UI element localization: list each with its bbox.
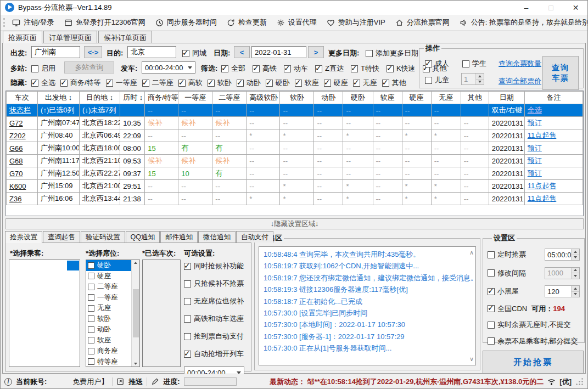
option-grab-waitlist-too[interactable]: 同时抢候补功能 [184, 261, 251, 271]
hide-selectall-checkbox[interactable]: 全选 [31, 78, 55, 88]
hide-first-checkbox[interactable]: 一等座 [106, 78, 137, 88]
seat-item[interactable]: 二等座 [86, 281, 131, 292]
option-grab-extra-trains[interactable]: 自动抢增开列车 [184, 349, 251, 359]
hide-settings-bar[interactable]: ↓隐藏设置区域↓ [5, 218, 584, 229]
table-row[interactable]: G70 广州南12:50 北京西22:27 09:37 15 10 有 -- -… [7, 167, 583, 180]
interval-spinner[interactable]: 1000 [545, 267, 580, 279]
blackroom-checkbox[interactable]: 小黑屋 [488, 286, 519, 296]
start-grab-button[interactable]: 开始抢票 [483, 351, 584, 374]
book-link[interactable]: 预订 [528, 144, 542, 152]
book-link[interactable]: 预订 [528, 156, 542, 165]
col-header-depart[interactable]: 出发地 ↕ [38, 92, 80, 104]
train-link[interactable]: Z202 [9, 132, 26, 140]
tab-captcha-settings[interactable]: 验证码设置 [81, 231, 125, 243]
tab-ticket-page[interactable]: 抢票页面 [3, 31, 42, 43]
query-all-prices-link[interactable]: 查询全部票价 [499, 76, 541, 86]
seat-item[interactable]: 软座 [86, 335, 131, 346]
blackroom-spinner[interactable]: 120 [545, 285, 580, 297]
col-header-other[interactable]: 其他 [461, 92, 489, 104]
checkbox-box[interactable] [88, 305, 94, 312]
table-row[interactable]: G72 广州南07:47 北京西18:22 10:35 候补 候补 候补 -- … [7, 117, 583, 129]
official-site-button[interactable]: 分流抢票官网 [390, 15, 455, 30]
maximize-button[interactable]: □ [539, 0, 563, 15]
hide-dongwo-checkbox[interactable]: 动卧 [237, 78, 261, 88]
table-row[interactable]: G68 广州南11:17 北京西21:10 09:53 候补 候补 候补 -- … [7, 155, 583, 167]
col-header-second[interactable]: 二等座 [212, 92, 247, 104]
set-proxy-button[interactable]: 设置代理 [272, 15, 322, 30]
col-header-train[interactable]: 车次 [7, 92, 38, 104]
adult-checkbox[interactable]: 成人 [425, 59, 449, 69]
student-checkbox[interactable]: 学生 [462, 59, 486, 69]
col-header-business[interactable]: 商务/特等 [145, 92, 178, 104]
table-row[interactable]: K600 广州15:09 北京西21:00 29:51 -- -- -- -- … [7, 180, 583, 193]
checkbox-box[interactable] [88, 315, 94, 322]
hide-other-checkbox[interactable]: 其他 [382, 78, 406, 88]
spin-down-icon[interactable] [572, 255, 579, 261]
push-label[interactable]: 推送 [128, 377, 143, 387]
timed-grab-spinner[interactable]: 05:00:00 [545, 249, 580, 261]
train-link[interactable]: G70 [9, 170, 23, 178]
seat-listbox[interactable]: 硬卧 硬座 二等座 一等座 无座 软卧 动卧 软座 商务座 特等座 [86, 260, 140, 367]
col-header-deluxe-sleeper[interactable]: 高级软卧 [247, 92, 280, 104]
book-link[interactable]: 预订 [528, 119, 542, 127]
seat-item[interactable]: 商务座 [86, 346, 131, 357]
filter-all-checkbox[interactable]: 全部 [221, 64, 245, 74]
resize-grip[interactable] [575, 377, 584, 386]
scroll-up-icon[interactable] [134, 262, 137, 264]
book-link[interactable]: 11点起售 [528, 182, 557, 190]
seat-item[interactable]: 硬座 [86, 271, 131, 282]
col-header-hard-sleeper[interactable]: 硬卧 [343, 92, 373, 104]
checkbox-box[interactable] [88, 358, 94, 365]
hide-gaoruan-checkbox[interactable]: 高软 [178, 78, 203, 88]
status-bar-link[interactable]: 状态栏 [9, 106, 31, 114]
spin-down-icon[interactable] [572, 273, 579, 279]
swap-stations-button[interactable]: <-> [84, 46, 102, 58]
hide-yingzuo-checkbox[interactable]: 硬座 [324, 78, 348, 88]
spinner-arrows[interactable] [571, 268, 579, 279]
option-waitlist-only[interactable]: 只抢候补不抢票 [184, 279, 251, 289]
col-header-soft-seat[interactable]: 软座 [373, 92, 402, 104]
col-header-soft-sleeper[interactable]: 软卧 [280, 92, 314, 104]
seat-item[interactable]: 无座 [86, 303, 131, 314]
next-date-button[interactable]: > [308, 46, 324, 58]
timed-grab-checkbox[interactable]: 定时抢票 [488, 250, 526, 260]
select-all-link[interactable]: 全选 [528, 106, 542, 114]
train-link[interactable]: G72 [9, 119, 23, 127]
checkbox-box[interactable] [88, 294, 94, 301]
spinner-arrows[interactable] [571, 249, 579, 260]
selected-trains-listbox[interactable] [142, 260, 181, 367]
filter-gaotie-checkbox[interactable]: 高铁 [253, 64, 277, 74]
spinner-arrows[interactable] [571, 286, 579, 297]
col-header-dest[interactable]: 目的地 ↕ [80, 92, 120, 104]
option-standing-waitlist[interactable]: 无座席位也候补 [184, 296, 251, 306]
spin-up-icon[interactable] [572, 286, 579, 291]
table-row[interactable]: Z36 广州16:06 北京西13:44 21:38 -- -- -- * * … [7, 193, 583, 205]
cdn-checkbox[interactable]: 全国CDN [488, 304, 527, 314]
seat-list-scrollbar[interactable] [131, 260, 139, 367]
date-input[interactable]: 2022-01-31 [251, 46, 306, 58]
scroll-up-icon[interactable]: ∧ [469, 249, 474, 256]
table-row[interactable]: G66 广州南10:00 北京西18:00 08:00 15 有 有 -- --… [7, 142, 583, 155]
checkbox-box[interactable] [88, 262, 94, 269]
checkbox-box[interactable] [88, 284, 94, 290]
option-auto-pay[interactable]: 抢到票自动支付 [184, 331, 251, 341]
tab-query-onsale[interactable]: 查询起售 [43, 231, 80, 243]
train-link[interactable]: Z36 [9, 195, 21, 203]
filter-zhida-checkbox[interactable]: Z直达 [315, 64, 344, 74]
seat-item[interactable]: 动卧 [86, 324, 131, 335]
spin-down-icon[interactable] [476, 79, 484, 85]
dest-input[interactable]: 北京 [127, 46, 176, 58]
spin-down-icon[interactable] [572, 291, 579, 297]
hide-wuzuo-checkbox[interactable]: 无座 [353, 78, 377, 88]
train-link[interactable]: K600 [9, 182, 26, 190]
table-row[interactable]: Z202 广州08:40 北京西06:49 22:09 -- -- -- * *… [7, 129, 583, 142]
checkbox-box[interactable] [88, 337, 94, 343]
checkbox-box[interactable] [88, 326, 94, 333]
seat-item[interactable]: 特等座 [86, 357, 131, 367]
prev-date-button[interactable]: < [234, 46, 250, 58]
col-header-emu-sleeper[interactable]: 动卧 [314, 92, 343, 104]
col-header-first[interactable]: 一等座 [178, 92, 212, 104]
scroll-down-icon[interactable]: ∨ [469, 356, 474, 363]
train-link[interactable]: G68 [9, 157, 23, 165]
logout-login-button[interactable]: 注销/登录 [7, 15, 59, 30]
